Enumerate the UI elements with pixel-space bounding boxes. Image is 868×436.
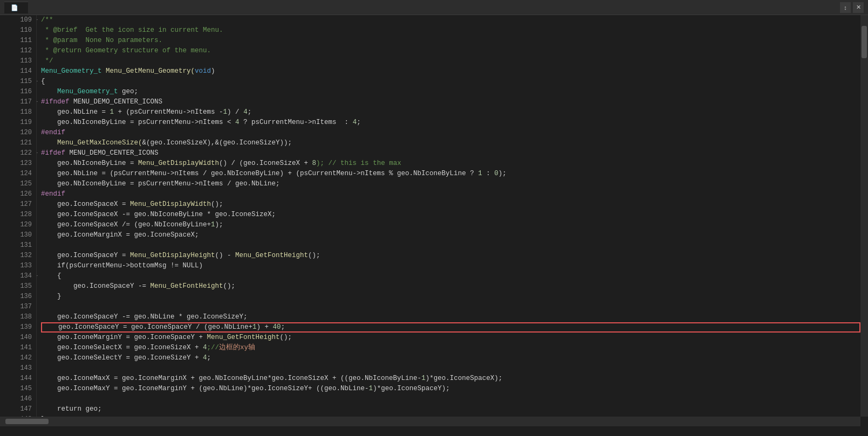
scrollbar-vertical[interactable]	[860, 15, 868, 417]
token: {	[41, 77, 45, 87]
fold-icon[interactable]: −	[37, 78, 40, 86]
line-number: 146	[13, 394, 32, 404]
code-line: geo.IconeMaxY = geo.IconeMarginY + (geo.…	[41, 384, 860, 394]
code-line: geo.NbLine = (psCurrentMenu->nItems / ge…	[41, 169, 860, 179]
token: 1	[211, 220, 215, 230]
token: geo;	[118, 87, 139, 97]
code-line: */	[41, 56, 860, 66]
line-number: 109	[13, 15, 32, 25]
code-line: −#ifndef MENU_DEMO_CENTER_ICONS	[41, 97, 860, 107]
code-line: geo.IconeSelectX = geo.IconeSizeX + 4;//…	[41, 343, 860, 353]
token: geo.NbLine = (psCurrentMenu->nItems / ge…	[41, 169, 478, 179]
token: Menu_GetFontHeight	[235, 251, 308, 261]
line-number: 117	[13, 97, 32, 107]
close-button[interactable]: ✕	[853, 2, 864, 13]
code-line: geo.IconeSelectY = geo.IconeSizeY + 4;	[41, 353, 860, 363]
token: #endif	[41, 128, 65, 138]
token: * @brief Get the icon size in current Me…	[41, 25, 223, 36]
code-line: #endif	[41, 128, 860, 138]
token: 1	[252, 322, 257, 333]
token: ;//	[207, 343, 220, 353]
line-number: 128	[13, 210, 32, 220]
code-line: geo.NbIconeByLine = psCurrentMenu->nItem…	[41, 117, 860, 128]
fold-icon[interactable]: −	[37, 99, 40, 106]
token: )	[211, 66, 215, 77]
code-line	[41, 240, 860, 251]
code-line: −/**	[41, 15, 860, 25]
token: geo.NbIconeByLine =	[41, 158, 138, 169]
scrollbar-h-thumb[interactable]	[5, 419, 49, 424]
token: ) /	[227, 107, 243, 117]
token: ();	[211, 199, 223, 210]
line-number: 110	[13, 25, 32, 36]
code-line: geo.IconeSpaceY -= geo.NbLine * geo.Icon…	[41, 312, 860, 322]
token: 4	[203, 343, 207, 353]
line-number: 115	[13, 77, 32, 87]
line-number: 121	[13, 138, 32, 148]
token: ) +	[257, 322, 273, 333]
line-number: 134	[13, 271, 32, 281]
editor-container: 1091101111121131141151161171181191201211…	[0, 15, 868, 426]
token: 1	[223, 107, 228, 117]
scrollbar-horizontal[interactable]	[0, 417, 860, 426]
token: Menu_GetDisplayWidth	[138, 158, 219, 169]
file-icon: 📄	[11, 4, 18, 11]
token: geo.IconeSelectY = geo.IconeSizeY +	[41, 353, 203, 363]
code-line: geo.NbIconeByLine = Menu_GetDisplayWidth…	[41, 158, 860, 169]
token: 边框的xy轴	[219, 343, 255, 353]
scrollbar-v-thumb[interactable]	[862, 26, 867, 58]
token: Menu_GetFontHeight	[151, 281, 223, 292]
token: 1	[110, 107, 114, 117]
token: :	[482, 169, 495, 179]
line-number: 113	[13, 56, 32, 66]
token: MENU_DEMO_CENTER_ICONS	[65, 148, 159, 158]
line-number: 133	[13, 261, 32, 271]
token: geo.IconeSpaceX -= geo.NbIconeByLine * g…	[41, 210, 276, 220]
code-line: * @return Geometry structure of the menu…	[41, 46, 860, 56]
title-bar-controls: ↕ ✕	[840, 2, 864, 13]
token: ;	[207, 353, 211, 363]
line-number: 144	[13, 373, 32, 384]
token: ();	[223, 281, 236, 292]
code-line: Menu_Geometry_t geo;	[41, 87, 860, 97]
line-number: 126	[13, 189, 32, 199]
token: ); // this is the max	[316, 158, 401, 169]
code-line: geo.NbIconeByLine = psCurrentMenu->nItem…	[41, 179, 860, 189]
line-number: 138	[13, 312, 32, 322]
token: geo.IconeMaxY = geo.IconeMarginY + (geo.…	[41, 384, 369, 394]
token: geo.NbIconeByLine = psCurrentMenu->nItem…	[41, 179, 280, 189]
code-line: ▶Menu_Geometry_t Menu_GetMenu_Geometry(v…	[41, 66, 860, 77]
token: Menu_Geometry_t	[41, 87, 118, 97]
code-line: #endif	[41, 189, 860, 199]
code-line: −#ifdef MENU_DEMO_CENTER_ICONS	[41, 148, 860, 158]
code-line: geo.IconeSpaceY -= Menu_GetFontHeight();	[41, 281, 860, 292]
line-number: 136	[13, 292, 32, 302]
line-number: 137	[13, 302, 32, 312]
token: &(geo.IconeSizeX),&(geo.IconeSizeY));	[142, 138, 292, 148]
line-number: 145	[13, 384, 32, 394]
token: ;	[281, 322, 285, 333]
fold-icon[interactable]: −	[37, 150, 40, 157]
pin-button[interactable]: ↕	[840, 2, 851, 13]
code-line	[41, 302, 860, 312]
code-line: − {	[41, 271, 860, 281]
token: geo.IconeSpaceX =	[41, 199, 130, 210]
token: */	[41, 56, 53, 66]
token: Menu_GetDisplayHeight	[130, 251, 215, 261]
token: {	[41, 271, 61, 281]
token: ;	[248, 107, 252, 117]
line-number: 131	[13, 240, 32, 251]
code-line: }	[41, 292, 860, 302]
token: void	[195, 66, 211, 77]
tab[interactable]: 📄	[4, 2, 28, 13]
line-number: 130	[13, 230, 32, 240]
token: );	[215, 220, 223, 230]
fold-icon[interactable]: −	[37, 17, 40, 24]
fold-icon[interactable]: −	[37, 273, 40, 280]
code-line: geo.NbLine = 1 + (psCurrentMenu->nItems …	[41, 107, 860, 117]
token: geo.IconeSpaceY -=	[41, 281, 151, 292]
token: geo.IconeSelectX = geo.IconeSizeX +	[41, 343, 203, 353]
code-line: geo.IconeSpaceY = Menu_GetDisplayHeight(…	[41, 251, 860, 261]
line-number: 122	[13, 148, 32, 158]
token: 4	[243, 107, 248, 117]
